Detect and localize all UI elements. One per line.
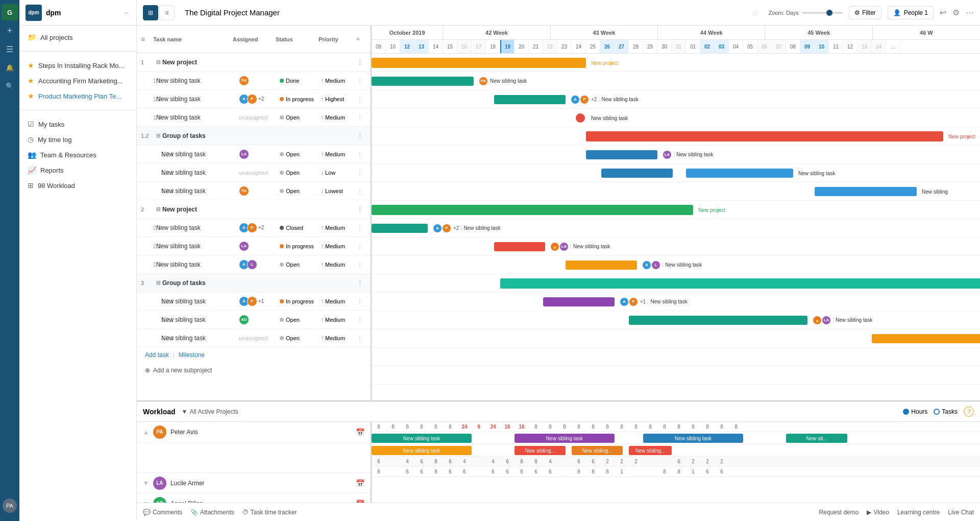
gantt-bar-project-1[interactable]: [372, 58, 586, 68]
app-logo-icon[interactable]: G: [2, 4, 18, 20]
fold-icon[interactable]: ⊟: [156, 206, 160, 212]
video-btn[interactable]: ▶ Video: [867, 509, 889, 516]
settings-icon[interactable]: ⚙: [952, 8, 960, 17]
task-time-tracker-btn[interactable]: ⏱ Task time tracker: [242, 509, 297, 516]
live-chat-btn[interactable]: Live Chat: [948, 509, 974, 516]
filter-btn[interactable]: ⚙ Filter: [849, 6, 881, 19]
task-row[interactable]: 1.2 New sibling task A P +2 In progress …: [137, 90, 371, 108]
fold-icon[interactable]: ⊟: [156, 280, 160, 286]
workload-filter[interactable]: ▼ All Active Projects: [182, 408, 238, 415]
people-btn[interactable]: 👤 People 1: [888, 6, 934, 19]
more-icon[interactable]: ⋮: [356, 316, 366, 324]
calendar-icon-pa[interactable]: 📅: [356, 428, 364, 436]
project-row-1[interactable]: 1 ⊟ New project ⋮: [137, 53, 371, 72]
add-task-row[interactable]: Add task | Milestone: [137, 347, 371, 363]
attachments-btn[interactable]: 📎 Attachments: [190, 509, 234, 516]
starred-item-2[interactable]: ★ Accounting Firm Marketing...: [19, 73, 136, 88]
task-row[interactable]: 2.2 New sibling task LA In progress ↑ Me…: [137, 237, 371, 255]
add-column-icon[interactable]: +: [356, 36, 366, 43]
more-icon[interactable]: ⋮: [356, 242, 366, 250]
all-projects-item[interactable]: 📁 All projects: [19, 30, 136, 45]
menu-icon[interactable]: ☰: [2, 41, 18, 57]
group-row[interactable]: 1.2 ⊟ Group of tasks ⋮: [137, 127, 371, 145]
more-icon[interactable]: ⋮: [356, 297, 366, 305]
task-row[interactable]: 1.2.3 New sibling task unassigned Open ↑…: [137, 329, 371, 347]
help-icon[interactable]: ?: [964, 407, 974, 417]
gantt-bar-2-2-red[interactable]: [494, 242, 545, 251]
expand-icon[interactable]: ▲: [143, 429, 149, 436]
calendar-icon-la[interactable]: 📅: [356, 479, 364, 487]
grid-view-btn[interactable]: ⊞: [143, 5, 158, 20]
more-icon[interactable]: ⋮: [356, 132, 366, 140]
more-icon[interactable]: ⋮: [356, 113, 366, 122]
fold-icon[interactable]: ⊟: [156, 133, 160, 138]
workload-item[interactable]: ⊞ 98 Workload: [19, 178, 136, 193]
more-icon[interactable]: ⋮: [356, 150, 366, 158]
gantt-bar-2-1[interactable]: [372, 224, 428, 233]
task-row[interactable]: 2.1 New sibling task A P +2 Closed ↑ Med…: [137, 219, 371, 237]
history-icon[interactable]: ↩: [940, 8, 946, 17]
starred-item-1[interactable]: ★ Steps In Installing Rack Mo...: [19, 58, 136, 73]
group-row-3[interactable]: 3 ⊟ Group of tasks ⋮: [137, 274, 371, 292]
gantt-bar-1-3[interactable]: [576, 113, 585, 123]
gantt-bar-3-3[interactable]: [872, 334, 980, 343]
project-title-input[interactable]: [185, 8, 747, 17]
starred-item-3[interactable]: ★ Product Marketing Plan Te...: [19, 88, 136, 104]
task-row[interactable]: 1.2.2 New sibling task AD Open ↑ Medium …: [137, 311, 371, 329]
gantt-bar-1-2[interactable]: [494, 95, 566, 104]
more-icon[interactable]: ⋮: [356, 169, 366, 177]
list-view-btn[interactable]: ≡: [159, 5, 175, 20]
task-row[interactable]: 1.2.1 New sibling task A P +1 In progres…: [137, 292, 371, 311]
learning-centre-btn[interactable]: Learning centre: [897, 509, 940, 516]
user-avatar[interactable]: PA: [3, 499, 17, 513]
task-row[interactable]: 2.3 New sibling task A L Open ↑ Medium ⋮: [137, 255, 371, 274]
notifications-icon[interactable]: 🔔: [2, 59, 18, 76]
gantt-bar-1-2-1[interactable]: [586, 150, 657, 159]
task-row[interactable]: 1.2.1 New sibling task LA Open ↑ Medium …: [137, 145, 371, 163]
hours-radio[interactable]: Hours: [903, 408, 927, 415]
zoom-slider[interactable]: [802, 12, 843, 14]
star-project-icon[interactable]: ☆: [751, 8, 758, 17]
my-time-log-item[interactable]: ◷ My time log: [19, 132, 136, 147]
more-icon[interactable]: ⋮: [356, 279, 366, 287]
milestone-label[interactable]: Milestone: [179, 351, 205, 359]
more-icon[interactable]: ⋮: [356, 205, 366, 214]
gantt-bar-2-3[interactable]: [566, 260, 637, 270]
more-icon[interactable]: ⋮: [356, 260, 366, 269]
more-icon[interactable]: ⋮: [356, 224, 366, 232]
gantt-bar-3-2[interactable]: [629, 316, 807, 325]
add-subproject-row[interactable]: ⊕ Add a new subproject: [137, 363, 371, 378]
fold-icon[interactable]: ⊟: [156, 59, 160, 65]
more-icon[interactable]: ⋮: [356, 95, 366, 103]
more-icon[interactable]: ⋮: [356, 334, 366, 342]
gantt-bar-project-2[interactable]: [372, 205, 693, 215]
task-row[interactable]: 1.2.2 New sibling task unassigned Open ↓…: [137, 163, 371, 182]
gantt-row-empty-1: [372, 348, 980, 366]
search-icon[interactable]: 🔍: [2, 78, 18, 94]
gantt-bar-group[interactable]: [586, 131, 943, 141]
gantt-bar-1-2-3[interactable]: [815, 187, 917, 196]
more-icon[interactable]: ⋮: [356, 77, 366, 85]
gantt-bar-3-1[interactable]: [543, 297, 615, 306]
task-row[interactable]: 1.1 New sibling task PA Done ↑ Medium ⋮: [137, 72, 371, 90]
more-options-icon[interactable]: ⋯: [966, 8, 974, 17]
back-arrow-icon[interactable]: ←: [124, 9, 130, 16]
gantt-bar-1-2-2-b[interactable]: [686, 169, 793, 178]
task-row[interactable]: 1.2.3 New sibling task PA Open ↓ Lowest …: [137, 182, 371, 200]
gantt-bar-group-3[interactable]: [500, 278, 980, 289]
expand-icon-2[interactable]: ▼: [143, 480, 149, 487]
comments-btn[interactable]: 💬 Comments: [143, 509, 182, 516]
gantt-bar-1-2-2-a[interactable]: [601, 169, 673, 178]
more-icon[interactable]: ⋮: [356, 187, 366, 195]
collapse-all-icon[interactable]: ≡: [141, 35, 145, 43]
reports-item[interactable]: 📈 Reports: [19, 162, 136, 178]
more-icon[interactable]: ⋮: [356, 58, 366, 66]
add-icon[interactable]: +: [2, 22, 18, 39]
task-row[interactable]: 1.3 New sibling task unassigned Open ↑ M…: [137, 108, 371, 127]
gantt-bar-1-1[interactable]: [372, 77, 474, 86]
team-resources-item[interactable]: 👥 Team & Resources: [19, 147, 136, 162]
my-tasks-item[interactable]: ☑ My tasks: [19, 116, 136, 132]
project-row-2[interactable]: 2 ⊟ New project ⋮: [137, 200, 371, 219]
request-demo-btn[interactable]: Request demo: [819, 509, 859, 516]
tasks-radio[interactable]: Tasks: [934, 408, 958, 415]
